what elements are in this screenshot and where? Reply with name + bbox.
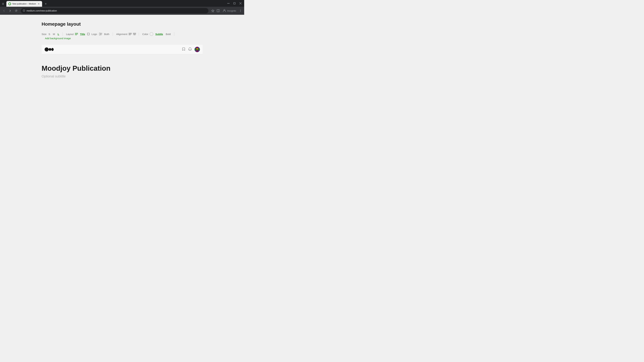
nav-actions bbox=[182, 47, 200, 52]
publication-subtitle: Optional subtitle bbox=[42, 74, 202, 78]
color-subtle-option[interactable]: Subtle bbox=[155, 32, 164, 36]
size-option-l[interactable]: L bbox=[57, 32, 60, 36]
layout-logo-icon[interactable] bbox=[87, 33, 90, 35]
active-tab[interactable]: New publication – Medium ✕ bbox=[6, 1, 42, 7]
svg-point-18 bbox=[240, 11, 241, 12]
svg-point-0 bbox=[2, 3, 2, 3]
layout-both-option[interactable]: Both bbox=[104, 32, 110, 36]
svg-point-14 bbox=[224, 10, 224, 10]
color-circle-indicator[interactable] bbox=[150, 32, 153, 36]
color-control-group: Color Subtle Bold bbox=[140, 32, 174, 36]
svg-rect-23 bbox=[99, 33, 100, 35]
svg-marker-10 bbox=[212, 9, 214, 12]
maximize-button[interactable] bbox=[232, 1, 237, 6]
add-background-button[interactable]: Add background image bbox=[44, 36, 72, 40]
nav-preview bbox=[42, 45, 202, 54]
reload-button[interactable] bbox=[14, 8, 19, 13]
align-left-icon[interactable] bbox=[129, 33, 132, 35]
controls-bar: Size S M L Layout Title bbox=[42, 32, 202, 40]
size-label: Size bbox=[42, 33, 46, 35]
omnibox[interactable]: medium.com/new-publication bbox=[21, 8, 208, 13]
size-option-s[interactable]: S bbox=[48, 32, 51, 36]
svg-rect-4 bbox=[234, 2, 235, 4]
medium-logo bbox=[44, 47, 54, 52]
medium-logo-svg bbox=[44, 47, 54, 52]
minimize-button[interactable] bbox=[226, 1, 231, 6]
add-background-group: Add background image bbox=[42, 36, 74, 40]
svg-point-17 bbox=[240, 10, 241, 11]
color-label: Color bbox=[142, 33, 148, 35]
back-button[interactable] bbox=[1, 8, 7, 13]
close-button[interactable] bbox=[238, 1, 243, 6]
size-control-group: Size S M L bbox=[42, 32, 63, 36]
security-icon bbox=[23, 9, 25, 12]
bookmark-star-button[interactable] bbox=[210, 8, 215, 13]
incognito-label: Incognito bbox=[227, 9, 236, 12]
svg-rect-22 bbox=[88, 33, 90, 35]
page-section-title: Homepage layout bbox=[42, 21, 202, 27]
forward-button[interactable] bbox=[8, 8, 13, 13]
publication-section: Moodjoy Publication Optional subtitle bbox=[42, 54, 202, 85]
color-bold-option[interactable]: Bold bbox=[165, 32, 172, 36]
new-tab-button[interactable]: + bbox=[44, 1, 48, 6]
svg-point-7 bbox=[23, 9, 25, 11]
svg-point-15 bbox=[225, 10, 225, 10]
tab-favicon bbox=[8, 2, 11, 5]
svg-point-34 bbox=[49, 48, 51, 51]
layout-title-option[interactable]: Title bbox=[79, 32, 86, 36]
split-screen-button[interactable] bbox=[216, 8, 220, 13]
publication-title: Moodjoy Publication bbox=[42, 64, 202, 72]
tab-title: New publication – Medium bbox=[12, 3, 36, 5]
user-avatar[interactable] bbox=[194, 47, 200, 52]
svg-rect-3 bbox=[227, 3, 230, 3]
url-display: medium.com/new-publication bbox=[26, 9, 206, 12]
bookmark-nav-icon[interactable] bbox=[182, 47, 186, 52]
tab-list-button[interactable] bbox=[1, 2, 5, 6]
layout-label: Layout bbox=[66, 33, 74, 35]
bell-nav-icon[interactable] bbox=[188, 47, 192, 52]
layout-both-icon[interactable] bbox=[99, 33, 102, 35]
more-options-button[interactable] bbox=[238, 8, 243, 13]
svg-point-39 bbox=[196, 48, 198, 50]
layout-control-group: Layout Title Logo bbox=[64, 32, 113, 36]
svg-point-33 bbox=[44, 47, 49, 51]
align-center-icon[interactable] bbox=[133, 33, 136, 35]
layout-logo-option[interactable]: Logo bbox=[91, 32, 98, 36]
size-option-m[interactable]: M bbox=[52, 32, 56, 36]
alignment-label: Alignment bbox=[116, 33, 128, 35]
svg-point-1 bbox=[2, 4, 2, 4]
incognito-badge: Incognito bbox=[221, 8, 238, 13]
tab-close-button[interactable]: ✕ bbox=[38, 2, 40, 5]
svg-point-2 bbox=[2, 4, 2, 5]
svg-point-16 bbox=[240, 10, 241, 10]
page-content: Homepage layout Size S M L Layout bbox=[0, 15, 244, 137]
svg-point-8 bbox=[24, 10, 24, 10]
svg-point-35 bbox=[51, 48, 54, 51]
layout-title-icon[interactable] bbox=[75, 33, 78, 35]
svg-rect-9 bbox=[24, 10, 24, 11]
alignment-control-group: Alignment bbox=[114, 33, 139, 35]
incognito-icon bbox=[222, 8, 226, 13]
